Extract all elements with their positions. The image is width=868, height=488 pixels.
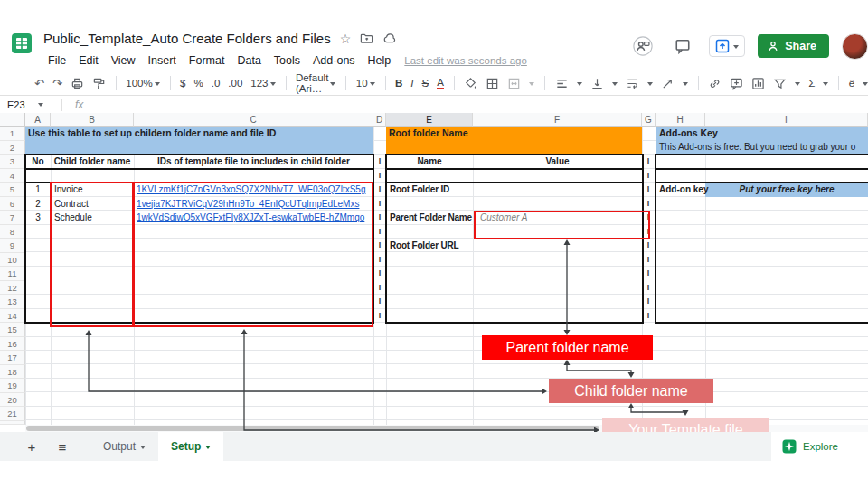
menu-item-help[interactable]: Help <box>362 52 398 69</box>
text-color-button[interactable]: A <box>437 78 444 89</box>
menu-item-edit[interactable]: Edit <box>72 52 105 69</box>
menu-item-file[interactable]: File <box>42 52 72 69</box>
borders-icon[interactable] <box>486 77 499 90</box>
menu-item-view[interactable]: View <box>105 52 142 69</box>
select-all-corner[interactable] <box>0 113 25 127</box>
row-header-11[interactable]: 11 <box>0 267 25 281</box>
row-header-17[interactable]: 17 <box>0 351 25 365</box>
font-size-select[interactable]: 10 <box>356 78 368 89</box>
row-header-13[interactable]: 13 <box>0 295 25 309</box>
share-button[interactable]: Share <box>758 34 829 58</box>
menu-item-tools[interactable]: Tools <box>268 52 307 69</box>
insert-chart-icon[interactable] <box>751 77 765 90</box>
functions-button[interactable]: Σ <box>808 78 815 89</box>
cell-g4-separator[interactable]: I <box>642 169 655 183</box>
row-header-16[interactable]: 16 <box>0 337 25 352</box>
cell-g10-separator[interactable]: I <box>642 253 655 267</box>
row-header-10[interactable]: 10 <box>0 253 25 267</box>
fill-color-icon[interactable] <box>464 77 477 90</box>
print-icon[interactable] <box>71 77 84 90</box>
cell-g9-separator[interactable]: I <box>642 239 655 252</box>
present-button[interactable] <box>709 35 745 57</box>
vertical-align-icon[interactable] <box>590 77 604 90</box>
cloud-saved-icon[interactable] <box>382 32 397 45</box>
menu-item-format[interactable]: Format <box>183 52 231 69</box>
cell-d13-separator[interactable]: I <box>373 295 386 308</box>
account-avatar[interactable] <box>842 33 868 60</box>
bold-button[interactable]: B <box>395 78 402 89</box>
column-header-F[interactable]: F <box>473 113 642 127</box>
column-header-B[interactable]: B <box>51 113 134 127</box>
annotation-parent-folder-name[interactable]: Parent folder name <box>482 335 653 360</box>
zoom-select[interactable]: 100% <box>126 78 152 89</box>
row-header-7[interactable]: 7 <box>0 211 25 225</box>
insert-comment-icon[interactable] <box>730 77 743 90</box>
column-header-A[interactable]: A <box>25 113 51 127</box>
more-formats-button[interactable]: 123 <box>250 78 268 89</box>
merge-cells-icon[interactable] <box>507 77 521 90</box>
sheet-tab-setup[interactable]: Setup <box>158 432 223 461</box>
cell-d12-separator[interactable]: I <box>373 281 386 295</box>
cell-g6-separator[interactable]: I <box>642 197 655 211</box>
text-rotate-icon[interactable] <box>661 77 675 90</box>
row-header-3[interactable]: 3 <box>0 155 25 169</box>
column-header-C[interactable]: C <box>134 113 373 127</box>
text-wrap-icon[interactable] <box>626 77 639 90</box>
cell-g13-separator[interactable]: I <box>642 295 655 308</box>
increase-decimal-button[interactable]: .00 <box>228 78 242 89</box>
column-header-E[interactable]: E <box>386 113 473 127</box>
format-percent-button[interactable]: % <box>193 78 203 89</box>
last-edit-status[interactable]: Last edit was seconds ago <box>404 55 527 66</box>
cell-d6-separator[interactable]: I <box>373 197 386 211</box>
collaborator-chat-icon[interactable] <box>629 33 656 60</box>
cell-d9-separator[interactable]: I <box>373 239 386 252</box>
row-header-19[interactable]: 19 <box>0 379 25 393</box>
horizontal-align-icon[interactable] <box>555 77 569 90</box>
italic-button[interactable]: I <box>410 78 413 89</box>
row-header-20[interactable]: 20 <box>0 393 25 408</box>
row-header-partial[interactable] <box>0 421 25 426</box>
row-header-21[interactable]: 21 <box>0 407 25 421</box>
column-header-I[interactable]: I <box>705 113 868 127</box>
move-folder-icon[interactable] <box>360 32 373 45</box>
column-header-D[interactable]: D <box>373 113 386 127</box>
comment-history-icon[interactable] <box>669 33 696 60</box>
horizontal-scrollbar-thumb[interactable] <box>26 426 599 431</box>
cell-banner-middle[interactable]: Root folder Name <box>386 127 642 155</box>
add-sheet-icon[interactable]: + <box>16 439 47 455</box>
row-header-9[interactable]: 9 <box>0 239 25 253</box>
filter-icon[interactable] <box>773 77 787 90</box>
row-header-1[interactable]: 1 <box>0 127 25 141</box>
row-header-2[interactable]: 2 <box>0 141 25 155</box>
cell-d4-separator[interactable]: I <box>373 169 386 183</box>
column-header-G[interactable]: G <box>642 113 656 127</box>
row-header-6[interactable]: 6 <box>0 197 25 211</box>
column-header-H[interactable]: H <box>656 113 705 127</box>
cell-d7-separator[interactable]: I <box>373 211 386 224</box>
name-box[interactable]: E23 <box>7 99 25 110</box>
row-header-18[interactable]: 18 <box>0 365 25 380</box>
explore-button[interactable]: Explore <box>771 432 868 461</box>
cell-d3-separator[interactable]: I <box>373 155 386 168</box>
menu-item-data[interactable]: Data <box>231 52 267 69</box>
cell-g3-separator[interactable]: I <box>642 155 655 168</box>
cell-g5-separator[interactable]: I <box>642 183 655 196</box>
redo-icon[interactable]: ↷ <box>52 77 62 90</box>
strikethrough-button[interactable]: S <box>422 78 429 89</box>
paint-format-icon[interactable] <box>92 77 106 90</box>
row-header-5[interactable]: 5 <box>0 183 25 197</box>
row-header-15[interactable]: 15 <box>0 323 25 337</box>
cell-d5-separator[interactable]: I <box>373 183 386 196</box>
input-tools-button[interactable]: ê <box>849 78 854 89</box>
cell-d8-separator[interactable]: I <box>373 225 386 239</box>
sheet-tab-output[interactable]: Output <box>90 432 158 461</box>
cell-d11-separator[interactable]: I <box>373 267 386 280</box>
row-header-8[interactable]: 8 <box>0 225 25 239</box>
cell-g11-separator[interactable]: I <box>642 267 655 280</box>
row-header-12[interactable]: 12 <box>0 281 25 296</box>
menu-item-addons[interactable]: Add-ons <box>307 52 362 69</box>
row-header-14[interactable]: 14 <box>0 309 25 324</box>
cell-banner-right[interactable]: Add-ons Key This Add-ons is free. But yo… <box>656 127 868 155</box>
row-header-4[interactable]: 4 <box>0 169 25 183</box>
cell-g12-separator[interactable]: I <box>642 281 655 295</box>
